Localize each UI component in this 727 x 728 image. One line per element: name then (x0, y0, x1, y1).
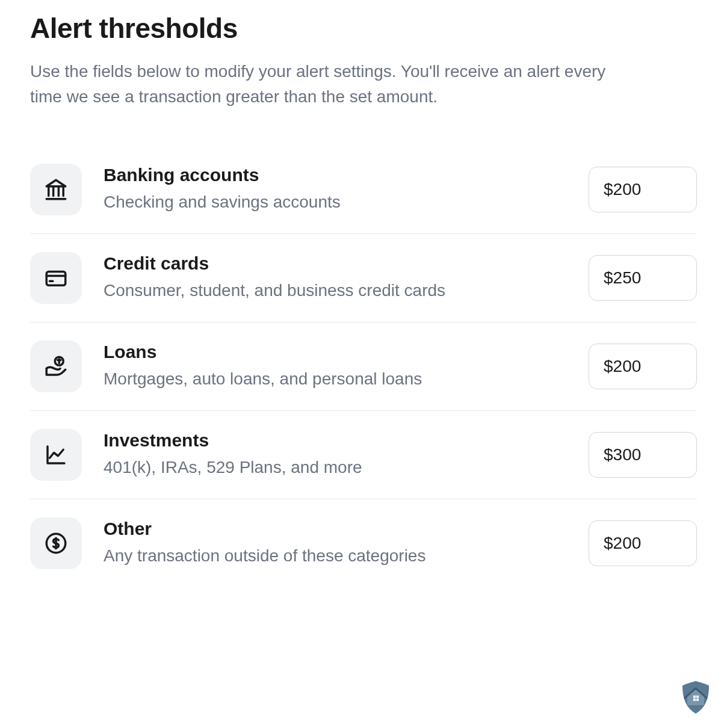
page-description: Use the fields below to modify your aler… (30, 59, 632, 110)
row-title: Investments (104, 430, 589, 451)
row-investments: Investments 401(k), IRAs, 529 Plans, and… (30, 411, 697, 499)
threshold-input-investments[interactable] (589, 432, 697, 478)
svg-rect-0 (46, 272, 66, 286)
credit-card-icon (30, 252, 82, 304)
row-text: Banking accounts Checking and savings ac… (104, 165, 589, 214)
row-desc: Mortgages, auto loans, and personal loan… (104, 367, 589, 390)
dollar-icon (30, 517, 82, 569)
threshold-input-credit[interactable] (589, 255, 697, 301)
row-text: Credit cards Consumer, student, and busi… (104, 253, 589, 302)
row-text: Loans Mortgages, auto loans, and persona… (104, 342, 589, 390)
row-banking: Banking accounts Checking and savings ac… (30, 146, 697, 234)
row-desc: Consumer, student, and business credit c… (104, 279, 589, 302)
threshold-input-banking[interactable] (589, 167, 697, 212)
row-loans: Loans Mortgages, auto loans, and persona… (30, 322, 697, 411)
row-other: Other Any transaction outside of these c… (30, 499, 697, 587)
page-title: Alert thresholds (30, 12, 697, 45)
threshold-list: Banking accounts Checking and savings ac… (30, 146, 697, 587)
row-title: Other (104, 519, 589, 539)
loan-icon (30, 341, 82, 392)
row-desc: Any transaction outside of these categor… (104, 544, 589, 567)
row-title: Credit cards (104, 253, 589, 274)
chart-icon (30, 429, 82, 481)
row-title: Loans (104, 342, 589, 362)
row-text: Other Any transaction outside of these c… (104, 519, 589, 567)
threshold-input-other[interactable] (589, 520, 697, 566)
bank-icon (30, 164, 82, 215)
row-desc: Checking and savings accounts (104, 190, 589, 214)
row-title: Banking accounts (104, 165, 589, 185)
row-desc: 401(k), IRAs, 529 Plans, and more (104, 455, 589, 479)
row-text: Investments 401(k), IRAs, 529 Plans, and… (104, 430, 589, 479)
row-credit-cards: Credit cards Consumer, student, and busi… (30, 234, 697, 322)
threshold-input-loans[interactable] (589, 344, 697, 389)
